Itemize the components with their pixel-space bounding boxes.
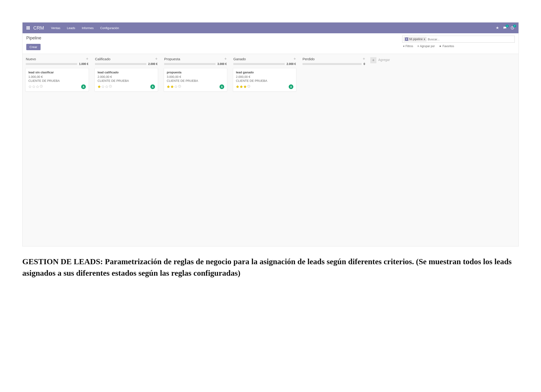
lead-card[interactable]: propuesta 3.000,00 € CLIENTE DE PRUEBA A (164, 68, 227, 92)
column-add-icon[interactable]: + (363, 57, 365, 61)
column-total: 2.000 € (148, 62, 158, 66)
create-button[interactable]: Crear (26, 44, 41, 50)
card-amount: 2.000,00 € (236, 75, 293, 78)
card-title: lead calificado (98, 71, 155, 74)
add-column[interactable]: + Agregar (368, 54, 396, 67)
kanban-column: Calificado + 2.000 € lead calificado 2.0… (92, 54, 161, 96)
column-title[interactable]: Ganado (233, 57, 246, 61)
page-title: Pipeline (26, 36, 402, 41)
chip-label: Mi pipeline (409, 37, 423, 41)
lead-card[interactable]: lead sin clasificar 1.000,00 € CLIENTE D… (25, 68, 89, 92)
card-client: CLIENTE DE PRUEBA (28, 79, 86, 83)
svg-rect-2 (29, 26, 30, 27)
control-bar: Pipeline Crear ▼ Mi pipeline x ▾ Filtros (22, 33, 519, 54)
column-progress-bar (95, 63, 146, 65)
priority-stars[interactable] (167, 85, 181, 89)
funnel-icon: ▾ (403, 45, 405, 48)
svg-rect-6 (26, 29, 27, 30)
column-progress-bar (26, 63, 77, 65)
priority-stars[interactable] (236, 85, 250, 89)
column-add-icon[interactable]: + (293, 57, 296, 61)
plus-icon: + (370, 57, 376, 63)
column-progress-bar (302, 63, 362, 65)
nav-leads[interactable]: Leads (63, 26, 78, 30)
kanban-column: Propuesta + 3.000 € propuesta 3.000,00 €… (161, 54, 230, 96)
avatar[interactable]: A (289, 84, 293, 89)
svg-line-13 (496, 28, 497, 29)
column-progress-bar (164, 63, 215, 65)
clock-icon[interactable] (178, 85, 181, 89)
clock-icon[interactable] (40, 85, 43, 89)
column-total: 3.000 € (217, 62, 227, 66)
chat-badge: 1 (506, 25, 509, 27)
favorites-button[interactable]: ★ Favoritos (439, 45, 454, 48)
kanban-column: Nuevo + 1.000 € lead sin clasificar 1.00… (22, 54, 92, 96)
priority-stars[interactable] (28, 85, 43, 89)
card-title: propuesta (167, 71, 224, 74)
svg-rect-3 (26, 27, 27, 28)
column-total: 0 (364, 62, 365, 66)
column-progress-bar (233, 63, 285, 65)
priority-stars[interactable] (98, 85, 112, 89)
filters-button[interactable]: ▾ Filtros (403, 45, 413, 48)
card-amount: 1.000,00 € (28, 75, 86, 78)
add-column-label: Agregar (378, 58, 390, 62)
card-title: lead sin clasificar (28, 71, 86, 74)
apps-icon[interactable] (25, 26, 31, 30)
lead-card[interactable]: lead calificado 2.000,00 € CLIENTE DE PR… (94, 68, 158, 92)
list-icon: ≡ (417, 45, 419, 48)
svg-rect-1 (28, 26, 29, 27)
crm-app: CRM Ventas Leads Informes Configuración … (22, 22, 519, 246)
nav-informes[interactable]: Informes (78, 26, 97, 30)
nav-configuracion[interactable]: Configuración (97, 26, 122, 30)
activity-icon[interactable]: 7 (509, 26, 516, 30)
kanban-column: Ganado + 2.000 € lead ganado 2.000,00 € … (230, 54, 299, 96)
svg-rect-5 (29, 27, 30, 28)
column-title[interactable]: Perdido (302, 57, 315, 61)
caption-text: GESTION DE LEADS: Parametrización de reg… (22, 246, 519, 288)
card-amount: 3.000,00 € (167, 75, 224, 78)
funnel-icon: ▼ (405, 37, 408, 41)
search-filter-chip[interactable]: ▼ Mi pipeline x (404, 37, 426, 41)
column-add-icon[interactable]: + (155, 57, 158, 61)
svg-rect-7 (28, 29, 29, 30)
svg-line-12 (498, 27, 499, 28)
chip-remove-icon[interactable]: x (423, 37, 425, 41)
column-title[interactable]: Nuevo (26, 57, 36, 61)
svg-rect-8 (29, 29, 30, 30)
avatar[interactable]: A (150, 84, 155, 89)
kanban-column: Perdido + 0 (299, 54, 368, 70)
avatar[interactable]: A (219, 84, 224, 89)
star-icon: ★ (439, 45, 442, 48)
column-add-icon[interactable]: + (224, 57, 227, 61)
column-add-icon[interactable]: + (86, 57, 88, 61)
activity-badge: 7 (513, 25, 516, 27)
avatar[interactable]: A (81, 84, 86, 89)
navbar: CRM Ventas Leads Informes Configuración … (22, 22, 519, 33)
clock-icon[interactable] (247, 85, 250, 89)
bug-icon[interactable] (494, 26, 501, 30)
card-amount: 2.000,00 € (98, 75, 155, 78)
chat-icon[interactable]: 1 (501, 26, 509, 30)
searchbox[interactable]: ▼ Mi pipeline x (402, 36, 515, 43)
lead-card[interactable]: lead ganado 2.000,00 € CLIENTE DE PRUEBA… (233, 68, 297, 92)
column-title[interactable]: Propuesta (164, 57, 180, 61)
card-title: lead ganado (236, 71, 293, 74)
card-client: CLIENTE DE PRUEBA (236, 79, 293, 83)
groupby-button[interactable]: ≡ Agrupar por (417, 45, 435, 48)
svg-rect-4 (28, 27, 29, 28)
card-client: CLIENTE DE PRUEBA (98, 79, 155, 83)
svg-rect-0 (26, 26, 27, 27)
search-options: ▾ Filtros ≡ Agrupar por ★ Favoritos (402, 43, 515, 48)
column-title[interactable]: Calificado (95, 57, 110, 61)
nav-ventas[interactable]: Ventas (48, 26, 64, 30)
column-total: 2.000 € (286, 62, 296, 66)
brand[interactable]: CRM (33, 25, 44, 31)
kanban-board: Nuevo + 1.000 € lead sin clasificar 1.00… (22, 54, 519, 246)
search-input[interactable] (426, 37, 513, 41)
svg-line-14 (498, 28, 499, 29)
column-total: 1.000 € (79, 62, 88, 66)
clock-icon[interactable] (109, 85, 112, 89)
card-client: CLIENTE DE PRUEBA (167, 79, 224, 83)
svg-line-11 (496, 27, 497, 28)
